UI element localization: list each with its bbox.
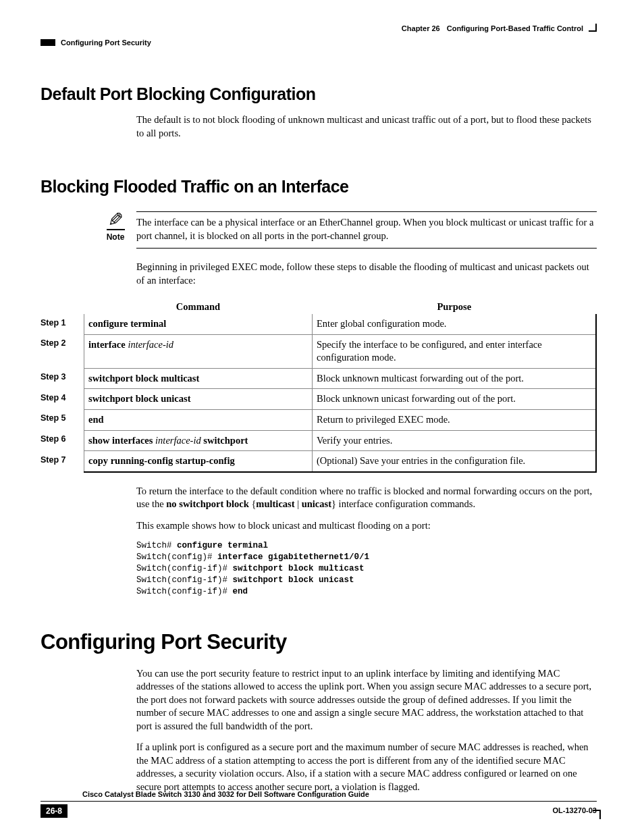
purpose-cell: (Optional) Save your entries in the conf… [313, 451, 597, 472]
corner-mark-icon [599, 810, 601, 819]
purpose-cell: Return to privileged EXEC mode. [313, 409, 597, 430]
heading-blocking-flooded: Blocking Flooded Traffic on an Interface [41, 176, 597, 199]
step-label: Step 7 [41, 451, 84, 472]
page-number-badge: 26-8 [41, 804, 68, 818]
command-cell: interface interface-id [84, 334, 313, 368]
pencil-icon: ✎ [107, 211, 125, 230]
command-steps-table: Command Purpose Step 1configure terminal… [41, 300, 597, 473]
command-cell: switchport block multicast [84, 368, 313, 389]
table-row: Step 2interface interface-idSpecify the … [41, 334, 596, 368]
running-header-left: Configuring Port Security [41, 38, 597, 48]
chapter-label: Chapter 26 [402, 24, 440, 34]
corner-mark-icon [587, 24, 597, 32]
command-cell: configure terminal [84, 314, 313, 334]
step-label: Step 5 [41, 409, 84, 430]
table-row: Step 7copy running-config startup-config… [41, 451, 596, 472]
footer-doc-id: OL-13270-03 [553, 806, 597, 816]
command-cell: copy running-config startup-config [84, 451, 313, 472]
step-label: Step 3 [41, 368, 84, 389]
purpose-cell: Block unknown multicast forwarding out o… [313, 368, 597, 389]
purpose-cell: Specify the interface to be configured, … [313, 334, 597, 368]
header-bar-icon [41, 39, 55, 46]
running-header-right: Chapter 26 Configuring Port-Based Traffi… [41, 24, 597, 34]
page-footer: Cisco Catalyst Blade Switch 3130 and 303… [41, 789, 597, 818]
body-text: The default is to not block flooding of … [136, 113, 597, 140]
table-row: Step 4switchport block unicastBlock unkn… [41, 389, 596, 410]
heading-configuring-port-security: Configuring Port Security [41, 628, 597, 656]
command-cell: show interfaces interface-id switchport [84, 430, 313, 451]
purpose-cell: Enter global configuration mode. [313, 314, 597, 334]
footer-book-title: Cisco Catalyst Blade Switch 3130 and 303… [41, 789, 597, 802]
table-header-purpose: Purpose [313, 300, 597, 315]
table-header-command: Command [84, 300, 313, 315]
body-text: This example shows how to block unicast … [136, 519, 597, 533]
body-text: If a uplink port is configured as a secu… [136, 741, 597, 793]
table-row: Step 3switchport block multicastBlock un… [41, 368, 596, 389]
chapter-title: Configuring Port-Based Traffic Control [447, 24, 583, 34]
command-cell: end [84, 409, 313, 430]
note-text: The interface can be a physical interfac… [136, 211, 597, 249]
table-row: Step 1configure terminalEnter global con… [41, 314, 596, 334]
step-label: Step 2 [41, 334, 84, 368]
step-label: Step 6 [41, 430, 84, 451]
step-label: Step 1 [41, 314, 84, 334]
code-example: Switch# configure terminal Switch(config… [136, 540, 597, 597]
section-name: Configuring Port Security [61, 38, 151, 48]
heading-default-port-blocking: Default Port Blocking Configuration [41, 83, 597, 106]
body-text: To return the interface to the default c… [136, 485, 597, 511]
purpose-cell: Block unknown unicast forwarding out of … [313, 389, 597, 410]
note-callout: ✎ Note The interface can be a physical i… [95, 211, 597, 249]
body-text: Beginning in privileged EXEC mode, follo… [136, 261, 597, 287]
table-row: Step 5endReturn to privileged EXEC mode. [41, 409, 596, 430]
table-row: Step 6show interfaces interface-id switc… [41, 430, 596, 451]
step-label: Step 4 [41, 389, 84, 410]
note-label: Note [95, 232, 136, 242]
body-text: You can use the port security feature to… [136, 667, 597, 733]
purpose-cell: Verify your entries. [313, 430, 597, 451]
command-cell: switchport block unicast [84, 389, 313, 410]
